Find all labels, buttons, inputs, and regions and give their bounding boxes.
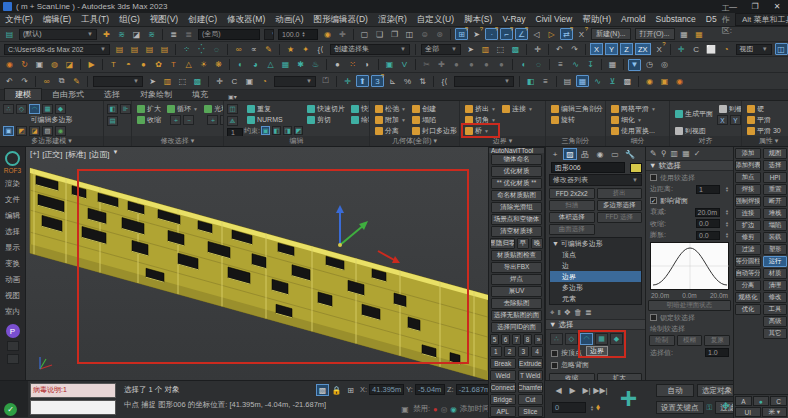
mini-toggle-0[interactable]: ◧: [107, 104, 118, 114]
auto-key-button[interactable]: 自动: [656, 384, 694, 397]
menu-文件(F)[interactable]: 文件(F): [0, 14, 38, 26]
ribbon-overflow-icon[interactable]: ▣▾: [218, 93, 247, 100]
film-box-icon[interactable]: ▦: [606, 59, 619, 71]
probe-icon[interactable]: ⚲: [661, 149, 667, 158]
toggle-ribbon-icon[interactable]: ▦: [576, 75, 589, 87]
fire-icon[interactable]: ♨: [309, 59, 322, 71]
script-btn-物体命名[interactable]: 物体命名: [491, 154, 542, 165]
dashed-circle-icon[interactable]: ◌: [210, 43, 223, 55]
ribbon-tab-填充[interactable]: 填充: [182, 89, 218, 100]
group-label[interactable]: 对齐: [670, 136, 741, 146]
sun-icon[interactable]: ☀: [197, 59, 210, 71]
属性-平滑 30[interactable]: 平滑 30: [745, 125, 783, 136]
script-btn-APL[interactable]: APL: [490, 406, 516, 417]
edit-快速切片[interactable]: 快速切片: [305, 103, 347, 114]
edit-剪切[interactable]: 剪切: [305, 114, 347, 125]
stack-item-元素[interactable]: 元素: [550, 293, 641, 304]
group-label[interactable]: 编辑: [224, 136, 369, 146]
set-key-button[interactable]: 设置关键点: [656, 401, 704, 414]
preset-挤出[interactable]: 挤出: [597, 188, 643, 199]
snap-3d-icon[interactable]: 3?: [371, 75, 384, 87]
unlink-icon[interactable]: ⧉: [55, 75, 68, 87]
edit-selset-icon[interactable]: {⟨: [438, 75, 451, 87]
边界-连接[interactable]: 连接▼: [500, 103, 535, 114]
tool-扩边[interactable]: 扩边: [735, 220, 761, 231]
horn-icon[interactable]: ◍: [48, 59, 61, 71]
undo-icon[interactable]: ↶: [3, 75, 16, 87]
remove-modifier-icon[interactable]: 🗑: [574, 308, 582, 318]
link-icon[interactable]: ∞: [232, 43, 245, 55]
menu-Substance[interactable]: Substance: [651, 14, 701, 26]
list-icon[interactable]: ▥: [671, 149, 679, 158]
swift-loop-icon[interactable]: ◫: [227, 104, 238, 114]
autosave-icon[interactable]: ▼: [628, 59, 641, 71]
disable-gray-dot[interactable]: ◎: [441, 405, 448, 414]
checkbox-按顶点[interactable]: [551, 350, 558, 357]
polytool-icon-1[interactable]: ◩: [16, 126, 27, 136]
polytool-icon-0[interactable]: ▣: [3, 126, 14, 136]
constraint-icon-3[interactable]: ◩: [294, 126, 303, 135]
tool-其它[interactable]: 其它: [763, 328, 787, 339]
menu-渲染(R)[interactable]: 渲染(R): [373, 14, 412, 26]
三角剖分-编辑三角剖分[interactable]: 编辑三角剖分: [549, 103, 605, 114]
flag-help-icon[interactable]: ◁: [530, 28, 543, 40]
axis-gizmo[interactable]: [336, 205, 368, 247]
几何体(全部)-分离[interactable]: 分离: [373, 125, 408, 136]
end-frame-icon[interactable]: ▶▶|: [594, 384, 607, 396]
align-到视图[interactable]: 到视图: [673, 125, 715, 136]
tool-添加[interactable]: 添加: [735, 148, 761, 159]
select-move-icon[interactable]: ✛: [213, 75, 226, 87]
scissors-dim-icon[interactable]: ✂: [420, 59, 433, 71]
gauge-icon[interactable]: ◎: [658, 59, 671, 71]
group-label[interactable]: 多边形建模 ▾: [0, 136, 103, 146]
quickmenu-视图[interactable]: 视图: [5, 288, 20, 304]
point-help-icon[interactable]: ∙?: [485, 28, 498, 40]
merge-icon[interactable]: ◫: [403, 28, 416, 40]
script-btn-去除贴图[interactable]: 去除贴图: [491, 298, 542, 309]
angle-snap-icon[interactable]: ⊾: [386, 75, 399, 87]
quickmenu-编辑[interactable]: 编辑: [5, 208, 20, 224]
soft-selection-header[interactable]: ▼ 软选择: [646, 160, 733, 171]
menu-Civil View[interactable]: Civil View: [531, 14, 578, 26]
tool-自动等分[interactable]: 自动等分: [735, 268, 761, 279]
object-color-swatch[interactable]: [630, 163, 642, 173]
maxscript-mini-listener-white[interactable]: [30, 400, 116, 415]
select-brush-icon[interactable]: ◌: [532, 59, 545, 71]
script-btn-Weld[interactable]: Weld: [490, 370, 516, 381]
selection-set-dropdown[interactable]: 创建选择集▼: [330, 44, 410, 55]
disable-red-dot[interactable]: ●: [433, 405, 438, 414]
axis-help-icon[interactable]: X?: [653, 43, 666, 55]
swap-help-icon[interactable]: ⇄?: [560, 28, 573, 40]
细分-使用置换...[interactable]: 使用置换...: [609, 125, 658, 136]
zoom-icon[interactable]: ⌕: [722, 387, 727, 398]
layer-list-icon[interactable]: ≣: [167, 28, 180, 40]
constraint-icon-1[interactable]: ◧: [272, 126, 281, 135]
quickmenu-变换[interactable]: 变换: [5, 256, 20, 272]
group-label[interactable]: 修改选择 ▾: [132, 136, 223, 146]
dot4-icon[interactable]: ●: [495, 59, 508, 71]
mini-dropdown[interactable]: ▼: [264, 29, 274, 40]
select-scale-icon[interactable]: ▣: [243, 75, 256, 87]
crossing-region-icon[interactable]: ▩: [191, 75, 204, 87]
stack-item-多边形[interactable]: 多边形: [550, 282, 641, 293]
folder-save-icon[interactable]: ▤: [128, 43, 141, 55]
polygon-mode-icon[interactable]: ▦: [595, 333, 608, 345]
script-btn-展UV[interactable]: 展UV: [491, 286, 542, 297]
prev-frame-icon[interactable]: ◀: [552, 384, 565, 396]
window-region-icon[interactable]: ⬚: [176, 75, 189, 87]
bind-spacewarp-icon[interactable]: ✎: [70, 75, 83, 87]
edge-mode-icon[interactable]: ◇: [565, 333, 578, 345]
paint-icon[interactable]: ⟁: [227, 116, 238, 126]
pan-icon[interactable]: ✥: [722, 401, 730, 411]
tool-添加列表[interactable]: 添加列表: [735, 160, 761, 171]
key-filters-icon[interactable]: ⚿: [707, 403, 713, 413]
preset-体积选择[interactable]: 体积选择: [549, 212, 595, 223]
import-icon[interactable]: ⊛: [433, 28, 446, 40]
script-btn-Bridge[interactable]: Bridge: [490, 394, 516, 405]
viewport-label[interactable]: [+][正交][标准][边面]▼: [30, 149, 118, 160]
menu-视图(V)[interactable]: 视图(V): [145, 14, 183, 26]
几何体(全部)-附加[interactable]: 附加▼: [373, 114, 408, 125]
quickmenu-渲染[interactable]: 渲染: [5, 176, 20, 192]
tool-清理[interactable]: 清理: [763, 280, 787, 291]
vray-icon[interactable]: V: [398, 59, 411, 71]
